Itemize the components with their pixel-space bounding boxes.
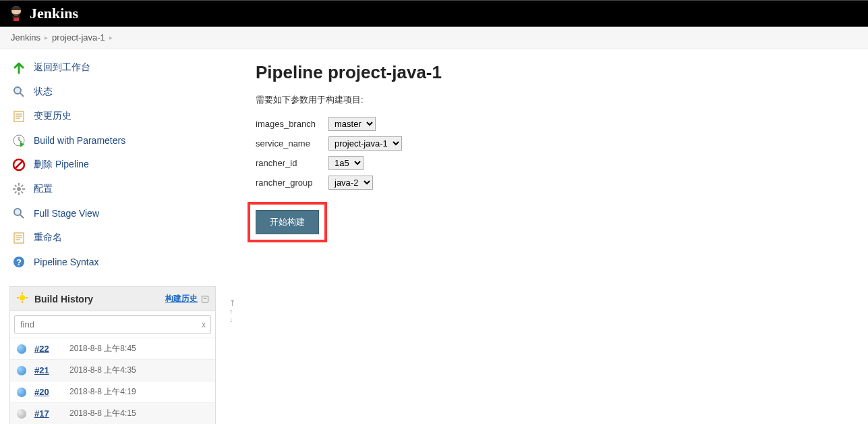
status-ball-icon <box>17 388 26 397</box>
breadcrumb-separator-icon: ▸ <box>45 34 48 41</box>
build-row[interactable]: #17 2018-8-8 上午4:15 <box>10 402 215 424</box>
svg-line-18 <box>22 192 24 194</box>
svg-point-12 <box>17 187 21 191</box>
sidebar-item-label: 重命名 <box>34 232 62 244</box>
build-button-highlight: 开始构建 <box>248 202 327 242</box>
build-row[interactable]: #22 2018-8-8 上午8:45 <box>10 338 215 359</box>
sidebar-item-label: 状态 <box>34 86 53 98</box>
collapse-icon[interactable]: − <box>202 296 208 302</box>
sidebar-item-label: 变更历史 <box>34 110 71 122</box>
param-label: rancher_id <box>256 158 326 168</box>
param-select-rancher_id[interactable]: 1a5 <box>328 156 364 170</box>
breadcrumb-jenkins[interactable]: Jenkins <box>11 32 40 43</box>
param-row: images_branch master <box>256 117 852 131</box>
build-row[interactable]: #20 2018-8-8 上午4:19 <box>10 381 215 402</box>
main-panel: Pipeline project-java-1 需要如下参数用于构建项目: im… <box>239 49 868 424</box>
clear-icon[interactable]: x <box>202 320 206 329</box>
param-row: rancher_id 1a5 <box>256 156 852 170</box>
build-history-panel: Build History 构建历史 − x #22 2018-8-8 上午8:… <box>9 286 216 424</box>
sidebar-item-syntax[interactable]: ? Pipeline Syntax <box>0 250 239 274</box>
sidebar-item-delete[interactable]: 删除 Pipeline <box>0 153 239 177</box>
help-icon: ? <box>11 254 27 270</box>
sidebar-item-label: Pipeline Syntax <box>34 257 99 267</box>
page-title: Pipeline project-java-1 <box>256 62 852 83</box>
svg-rect-2 <box>12 16 20 18</box>
param-label: rancher_group <box>256 178 326 188</box>
status-ball-icon <box>17 344 26 354</box>
sidebar-item-rename[interactable]: 重命名 <box>0 226 239 250</box>
svg-text:?: ? <box>16 257 22 267</box>
build-number-link[interactable]: #22 <box>34 344 61 354</box>
breadcrumbs: Jenkins ▸ project-java-1 ▸ <box>0 27 868 49</box>
sidebar-item-label: 返回到工作台 <box>34 61 90 74</box>
svg-point-21 <box>14 209 21 215</box>
history-find-input[interactable] <box>14 315 211 334</box>
status-ball-icon <box>17 366 26 375</box>
build-number-link[interactable]: #17 <box>34 408 61 419</box>
scroll-up-icon[interactable]: ↑ <box>229 308 235 315</box>
trend-link[interactable]: 构建历史 <box>165 293 198 304</box>
svg-line-11 <box>15 161 23 169</box>
sidebar-item-status[interactable]: 状态 <box>0 80 239 104</box>
param-select-images_branch[interactable]: master <box>328 117 376 131</box>
param-select-rancher_group[interactable]: java-2 <box>328 176 373 190</box>
notes-icon <box>11 108 27 124</box>
sidebar-item-configure[interactable]: 配置 <box>0 177 239 201</box>
no-entry-icon <box>11 157 27 173</box>
status-ball-icon <box>17 409 26 419</box>
build-row[interactable]: #21 2018-8-8 上午4:35 <box>10 359 215 381</box>
param-label: images_branch <box>256 119 326 129</box>
build-number-link[interactable]: #21 <box>34 365 61 375</box>
sidebar-item-back[interactable]: 返回到工作台 <box>0 55 239 80</box>
sidebar-item-label: Build with Parameters <box>34 135 125 146</box>
svg-line-19 <box>15 192 17 194</box>
sidebar-item-label: Full Stage View <box>34 208 99 219</box>
build-number-link[interactable]: #20 <box>34 387 61 397</box>
sidebar-item-label: 配置 <box>34 183 53 195</box>
clock-play-icon <box>11 132 27 149</box>
svg-line-4 <box>20 93 24 97</box>
svg-line-22 <box>20 215 24 218</box>
sidebar-item-label: 删除 Pipeline <box>34 159 89 171</box>
magnifier-icon <box>11 84 27 100</box>
up-arrow-icon <box>11 59 27 76</box>
magnifier-icon <box>11 205 27 221</box>
param-row: rancher_group java-2 <box>256 176 852 190</box>
notes-icon <box>11 230 27 246</box>
jenkins-logo[interactable]: Jenkins <box>8 4 78 23</box>
sun-icon <box>17 292 28 305</box>
build-timestamp: 2018-8-8 上午4:35 <box>69 365 136 376</box>
svg-point-29 <box>20 295 25 300</box>
svg-point-3 <box>14 87 21 94</box>
param-row: service_name project-java-1 <box>256 136 852 151</box>
brand-text: Jenkins <box>30 5 78 22</box>
build-button[interactable]: 开始构建 <box>256 210 319 234</box>
sidebar-item-changes[interactable]: 变更历史 <box>0 104 239 128</box>
breadcrumb-separator-icon: ▸ <box>109 34 113 41</box>
jenkins-head-icon <box>8 4 24 23</box>
build-timestamp: 2018-8-8 上午4:19 <box>69 386 136 398</box>
build-timestamp: 2018-8-8 上午8:45 <box>69 343 136 354</box>
sidebar: 返回到工作台 状态 变更历史 Build with Parameters 删除 … <box>0 49 239 424</box>
history-title: Build History <box>34 294 93 304</box>
gear-icon <box>11 181 27 197</box>
sidebar-item-build-params[interactable]: Build with Parameters <box>0 128 239 153</box>
sidebar-item-stageview[interactable]: Full Stage View <box>0 201 239 226</box>
build-timestamp: 2018-8-8 上午4:15 <box>69 408 136 419</box>
param-select-service_name[interactable]: project-java-1 <box>328 136 402 151</box>
svg-line-17 <box>15 185 17 187</box>
scroll-down-icon[interactable]: ↓ <box>229 316 235 323</box>
params-intro: 需要如下参数用于构建项目: <box>256 94 852 106</box>
param-label: service_name <box>256 138 326 149</box>
scroll-top-icon[interactable]: ⤒ <box>229 300 235 307</box>
topbar: Jenkins <box>0 0 868 27</box>
breadcrumb-project[interactable]: project-java-1 <box>52 32 105 43</box>
svg-line-20 <box>22 185 24 187</box>
